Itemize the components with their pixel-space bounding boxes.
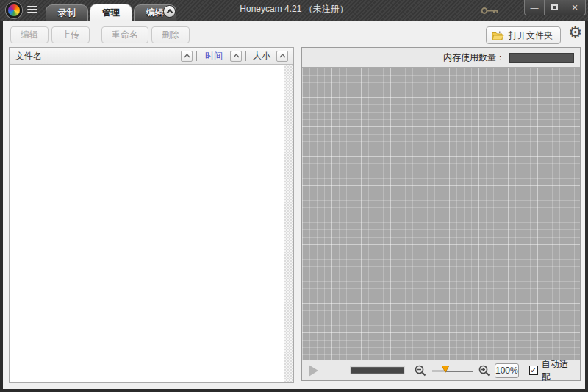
column-filename[interactable]: 文件名 xyxy=(15,50,179,63)
tab-record[interactable]: 录制 xyxy=(46,4,88,21)
collapse-ribbon-button[interactable] xyxy=(163,5,176,18)
file-list-header: 文件名 时间 大小 xyxy=(10,48,293,65)
app-logo-icon[interactable] xyxy=(6,2,22,18)
file-list-body[interactable] xyxy=(10,65,293,382)
main-content: 编辑 上传 重命名 删除 打开文件夹 ⚙ 文件名 时间 xyxy=(3,21,585,389)
maximize-icon xyxy=(551,4,558,10)
tab-bar: 录制 管理 编辑 xyxy=(46,4,178,21)
header-separator xyxy=(245,51,246,61)
close-button[interactable]: ✕ xyxy=(564,0,586,15)
seek-bar[interactable] xyxy=(351,367,404,374)
zoom-in-icon[interactable] xyxy=(478,365,490,377)
chevron-up-icon xyxy=(166,9,173,14)
column-size[interactable]: 大小 xyxy=(248,50,275,63)
preview-panel: 内存使用数量： xyxy=(301,47,581,381)
settings-gear-icon[interactable]: ⚙ xyxy=(568,24,582,40)
license-key-icon[interactable] xyxy=(481,7,500,15)
sort-name-button[interactable] xyxy=(181,51,193,62)
menu-icon[interactable] xyxy=(27,6,37,15)
app-window: 录制 管理 编辑 Honeycam 4.21 （未注册） — ✕ 编辑 上传 重… xyxy=(0,0,588,392)
autofit-label: 自动适配 xyxy=(542,358,573,383)
minimize-button[interactable]: — xyxy=(524,0,545,15)
vertical-scrollbar[interactable] xyxy=(284,65,293,382)
sort-ascending-icon xyxy=(233,54,240,58)
rename-button[interactable]: 重命名 xyxy=(101,26,148,43)
sort-ascending-icon xyxy=(279,54,286,58)
sort-time-button[interactable] xyxy=(230,51,242,62)
zoom-out-icon[interactable] xyxy=(415,365,426,377)
window-controls: — ✕ xyxy=(525,0,586,15)
maximize-button[interactable] xyxy=(544,0,564,15)
header-separator xyxy=(196,51,197,61)
preview-controls-bar: 100% 自动适配 xyxy=(302,360,580,380)
zoom-level-box[interactable]: 100% xyxy=(495,363,519,378)
preview-canvas[interactable] xyxy=(302,68,580,360)
column-time[interactable]: 时间 xyxy=(199,50,229,63)
upload-button[interactable]: 上传 xyxy=(51,26,90,43)
folder-icon xyxy=(492,31,504,40)
autofit-checkbox[interactable] xyxy=(529,366,538,375)
zoom-slider[interactable] xyxy=(432,366,473,376)
edit-button[interactable]: 编辑 xyxy=(10,26,49,43)
file-list-panel: 文件名 时间 大小 xyxy=(9,47,294,383)
open-folder-button[interactable]: 打开文件夹 xyxy=(486,26,561,44)
autofit-toggle[interactable]: 自动适配 xyxy=(529,358,573,383)
sort-size-button[interactable] xyxy=(276,51,288,62)
delete-button[interactable]: 删除 xyxy=(151,26,190,43)
memory-usage-bar xyxy=(509,53,574,63)
zoom-slider-track-right xyxy=(445,371,473,372)
open-folder-label: 打开文件夹 xyxy=(509,29,553,42)
titlebar: 录制 管理 编辑 Honeycam 4.21 （未注册） — ✕ xyxy=(0,0,588,21)
toolbar-separator xyxy=(96,28,96,42)
sort-ascending-icon xyxy=(184,54,190,58)
zoom-slider-thumb[interactable] xyxy=(442,366,449,372)
preview-header: 内存使用数量： xyxy=(302,48,580,68)
memory-usage-label: 内存使用数量： xyxy=(443,51,505,64)
play-icon[interactable] xyxy=(309,365,318,377)
tab-manage[interactable]: 管理 xyxy=(90,4,132,21)
